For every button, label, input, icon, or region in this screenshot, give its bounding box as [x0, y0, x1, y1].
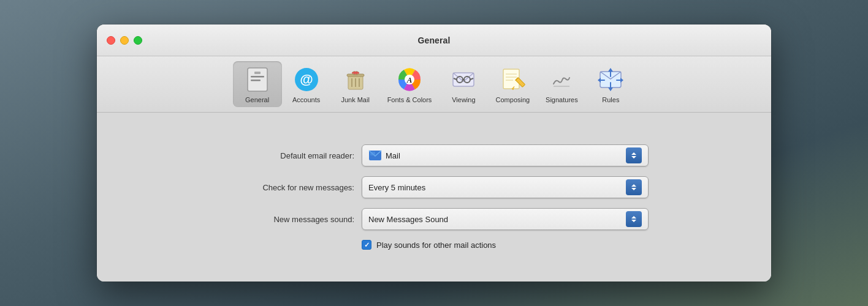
maximize-button[interactable] — [134, 36, 142, 45]
viewing-icon — [449, 65, 478, 94]
minimize-button[interactable] — [120, 36, 129, 45]
toolbar-item-signatures[interactable]: Signatures — [537, 61, 586, 107]
svg-text:A: A — [406, 75, 413, 84]
content-area: Default email reader: Mail — [97, 113, 771, 282]
svg-text:@: @ — [300, 72, 313, 87]
svg-rect-2 — [251, 80, 261, 81]
toolbar: General @ Accounts — [97, 56, 771, 113]
fonts-colors-icon: A — [395, 65, 424, 94]
toolbar-item-general[interactable]: General — [233, 61, 282, 107]
new-messages-sound-row: New messages sound: New Messages Sound — [219, 208, 649, 230]
default-email-reader-select[interactable]: Mail — [362, 144, 649, 166]
general-icon — [243, 65, 272, 94]
checkbox-check: ✓ — [364, 241, 370, 249]
new-messages-sound-control: New Messages Sound — [362, 208, 649, 230]
play-sounds-label: Play sounds for other mail actions — [376, 241, 496, 250]
preferences-window: General General @ Acco — [97, 24, 771, 282]
signatures-label: Signatures — [546, 96, 578, 103]
close-button[interactable] — [107, 36, 115, 45]
default-email-reader-value: Mail — [368, 150, 621, 161]
toolbar-item-junk-mail[interactable]: Junk Mail — [331, 61, 380, 107]
check-messages-label: Check for new messages: — [219, 183, 354, 192]
check-messages-control: Every 5 minutes — [362, 176, 649, 198]
accounts-label: Accounts — [292, 96, 320, 103]
check-messages-row: Check for new messages: Every 5 minutes — [219, 176, 649, 198]
new-messages-sound-value: New Messages Sound — [368, 215, 621, 224]
default-email-reader-control: Mail — [362, 144, 649, 166]
rules-icon — [596, 65, 625, 94]
toolbar-item-fonts-colors[interactable]: A Fonts & Colors — [380, 61, 440, 107]
composing-label: Composing — [496, 96, 530, 103]
svg-marker-38 — [598, 78, 601, 83]
default-email-reader-arrow — [626, 147, 642, 163]
fonts-colors-label: Fonts & Colors — [387, 96, 432, 103]
signatures-icon — [547, 65, 576, 94]
viewing-label: Viewing — [452, 96, 475, 103]
rules-label: Rules — [602, 96, 619, 103]
svg-marker-34 — [608, 68, 613, 72]
check-messages-select[interactable]: Every 5 minutes — [362, 176, 649, 198]
default-email-reader-row: Default email reader: Mail — [219, 144, 649, 166]
svg-rect-3 — [254, 72, 261, 74]
check-messages-value: Every 5 minutes — [368, 183, 621, 192]
mail-app-icon — [368, 150, 382, 161]
composing-icon — [498, 65, 527, 94]
window-title: General — [418, 35, 451, 45]
new-messages-sound-arrow — [626, 211, 642, 227]
svg-marker-40 — [620, 78, 623, 83]
junk-mail-icon — [341, 65, 370, 94]
toolbar-item-viewing[interactable]: Viewing — [439, 61, 488, 107]
svg-rect-42 — [370, 152, 375, 155]
accounts-icon: @ — [292, 65, 321, 94]
junk-mail-label: Junk Mail — [341, 96, 369, 103]
toolbar-item-composing[interactable]: Composing — [488, 61, 537, 107]
svg-marker-36 — [608, 88, 613, 91]
svg-rect-1 — [251, 76, 264, 78]
play-sounds-row: ✓ Play sounds for other mail actions — [219, 240, 649, 250]
toolbar-item-accounts[interactable]: @ Accounts — [282, 61, 331, 107]
play-sounds-checkbox[interactable]: ✓ — [362, 240, 371, 250]
toolbar-item-rules[interactable]: Rules — [586, 61, 635, 107]
new-messages-sound-label: New messages sound: — [219, 215, 354, 224]
new-messages-sound-select[interactable]: New Messages Sound — [362, 208, 649, 230]
traffic-lights — [107, 36, 142, 45]
default-email-reader-label: Default email reader: — [219, 151, 354, 160]
general-label: General — [245, 96, 269, 103]
check-messages-arrow — [626, 179, 642, 195]
titlebar: General — [97, 24, 771, 56]
